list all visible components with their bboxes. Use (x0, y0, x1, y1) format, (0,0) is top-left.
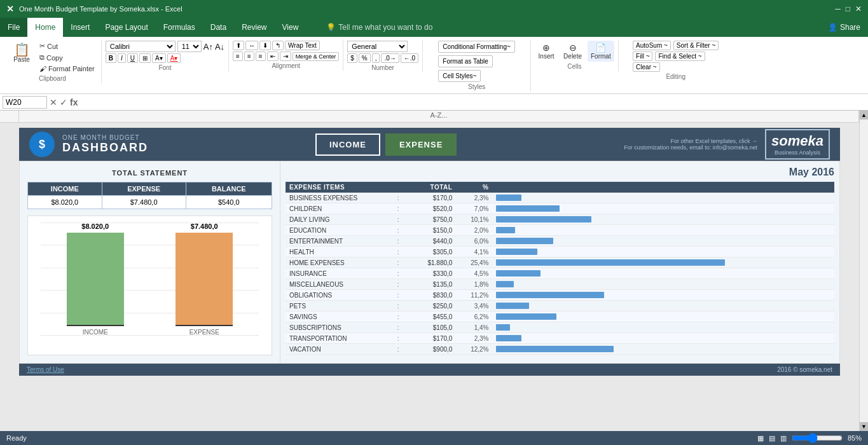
underline-button[interactable]: U (127, 53, 138, 63)
wrap-text-btn[interactable]: Wrap Text (285, 41, 320, 50)
expense-bar (496, 195, 521, 201)
insert-btn[interactable]: ⊕ Insert (535, 41, 558, 62)
paste-button[interactable]: 📋 Paste (8, 41, 36, 65)
total-header: TOTAL (407, 182, 457, 193)
sheet-main[interactable]: A-Z... $ ONE MONTH BUDGET DASHBOARD INCO… (0, 111, 859, 431)
format-as-table-btn[interactable]: Format as Table (438, 55, 493, 67)
scroll-up-btn[interactable]: ▲ (860, 111, 869, 120)
confirm-formula-btn[interactable]: ✓ (60, 97, 67, 107)
border-button[interactable]: ⊞ (139, 53, 151, 63)
accounting-btn[interactable]: $ (347, 53, 357, 63)
fill-color-button[interactable]: A▾ (152, 53, 166, 63)
menu-formulas[interactable]: Formulas (156, 18, 203, 37)
cell-styles-btn[interactable]: Cell Styles~ (438, 70, 481, 82)
banner-left: $ ONE MONTH BUDGET DASHBOARD (29, 132, 148, 157)
income-bar-base (67, 325, 124, 326)
decrease-indent-btn[interactable]: ⇤ (267, 51, 279, 61)
expense-percent: 4,1% (456, 247, 492, 257)
center-align-btn[interactable]: ≡ (244, 51, 254, 61)
expense-table-row: PETS : $250,0 3,4% (286, 301, 834, 312)
menu-page-layout[interactable]: Page Layout (97, 18, 155, 37)
find-select-btn[interactable]: Find & Select ~ (655, 51, 705, 61)
clear-btn[interactable]: Clear ~ (633, 62, 660, 72)
brand-block: someka Business Analysis (765, 129, 830, 160)
minimize-btn[interactable]: ─ (835, 4, 841, 13)
dashboard-banner: $ ONE MONTH BUDGET DASHBOARD INCOME EXPE… (19, 128, 840, 161)
expense-item-name: TRANSPORTATION (286, 333, 394, 344)
cut-button[interactable]: ✂ Cut (37, 41, 97, 51)
decrease-decimal-btn[interactable]: ←.0 (401, 53, 418, 63)
font-family-select[interactable]: Calibri (106, 41, 176, 52)
expense-percent: 4,5% (456, 268, 492, 279)
increase-indent-btn[interactable]: ⇥ (280, 51, 291, 61)
sort-filter-btn[interactable]: Sort & Filter ~ (673, 41, 719, 50)
zoom-slider[interactable] (792, 433, 843, 443)
decrease-font-btn[interactable]: A↓ (215, 42, 224, 51)
increase-decimal-btn[interactable]: .0→ (381, 53, 399, 63)
expense-amount: $305,0 (407, 247, 457, 257)
delete-btn[interactable]: ⊖ Delete (560, 41, 585, 62)
menu-data[interactable]: Data (203, 18, 234, 37)
align-top-btn[interactable]: ⬆ (233, 41, 244, 50)
right-align-btn[interactable]: ≡ (256, 51, 266, 61)
format-painter-icon: 🖌 (39, 65, 46, 72)
expense-bar-cell (492, 279, 834, 290)
formula-input[interactable] (80, 97, 865, 108)
expense-item-name: HOME EXPENSES (286, 257, 394, 268)
terms-link[interactable]: Terms of Use (27, 366, 64, 373)
align-bottom-btn[interactable]: ⬇ (259, 41, 271, 50)
left-align-btn[interactable]: ≡ (233, 51, 243, 61)
italic-button[interactable]: I (118, 53, 126, 63)
copy-button[interactable]: ⧉ Copy (37, 52, 97, 63)
expense-table-row: BUSINESS EXPENSES : $170,0 2,3% (286, 193, 834, 203)
income-button[interactable]: INCOME (315, 134, 380, 156)
menu-bar: File Home Insert Page Layout Formulas Da… (0, 18, 868, 37)
expense-bar-cell (492, 225, 834, 236)
bold-button[interactable]: B (106, 53, 116, 63)
conditional-formatting-btn[interactable]: Conditional Formatting~ (438, 41, 514, 53)
fill-btn[interactable]: Fill ~ (633, 51, 652, 61)
format-painter-button[interactable]: 🖌 Format Painter (37, 64, 97, 74)
menu-home[interactable]: Home (27, 18, 63, 37)
window-controls[interactable]: ─ □ ✕ (835, 4, 862, 13)
font-color-button[interactable]: A▾ (167, 53, 181, 63)
close-btn[interactable]: ✕ (855, 4, 862, 13)
autosum-btn[interactable]: AutoSum ~ (633, 41, 671, 50)
expense-amount: $170,0 (407, 193, 457, 203)
menu-review[interactable]: Review (234, 18, 274, 37)
merge-center-btn[interactable]: Merge & Center (293, 52, 340, 61)
cancel-formula-btn[interactable]: ✕ (50, 97, 57, 107)
share-button[interactable]: 👤 Share (820, 18, 868, 37)
ribbon-group-clipboard: 📋 Paste ✂ Cut ⧉ Copy 🖌 Format Painter (4, 39, 102, 83)
expense-amount: $440,0 (407, 236, 457, 247)
menu-insert[interactable]: Insert (63, 18, 97, 37)
comma-btn[interactable]: , (372, 53, 380, 63)
dashboard-area[interactable]: $ ONE MONTH BUDGET DASHBOARD INCOME EXPE… (0, 123, 859, 431)
expense-colon: : (394, 301, 407, 312)
text-direction-btn[interactable]: ↰ (272, 41, 284, 50)
tell-me-input[interactable]: 💡 Tell me what you want to do (319, 18, 440, 37)
scroll-down-btn[interactable]: ▼ (860, 422, 869, 431)
expense-colon: : (394, 214, 407, 225)
cells-label: Cells (567, 63, 581, 70)
page-layout-btn[interactable]: ▤ (769, 434, 775, 442)
maximize-btn[interactable]: □ (846, 4, 850, 13)
insert-function-btn[interactable]: fx (70, 97, 78, 107)
cell-reference-input[interactable] (3, 96, 47, 109)
menu-file[interactable]: File (0, 18, 27, 37)
menu-view[interactable]: View (275, 18, 307, 37)
number-format-select[interactable]: General (347, 41, 408, 52)
expense-label: EXPENSE (189, 329, 219, 336)
font-size-select[interactable]: 11 (177, 41, 202, 52)
align-middle-btn[interactable]: ↔ (245, 41, 258, 50)
balance-value: $540,0 (186, 196, 272, 209)
page-break-btn[interactable]: ▥ (780, 434, 787, 442)
vertical-scrollbar[interactable]: ▲ ▼ (859, 111, 868, 431)
increase-font-btn[interactable]: A↑ (203, 42, 213, 51)
expense-colon: : (394, 225, 407, 236)
expense-amount: $1.880,0 (407, 257, 457, 268)
normal-view-btn[interactable]: ▦ (757, 434, 764, 442)
percent-btn[interactable]: % (359, 53, 371, 63)
expense-button[interactable]: EXPENSE (385, 134, 457, 156)
format-btn[interactable]: 📄 Format (588, 41, 614, 62)
